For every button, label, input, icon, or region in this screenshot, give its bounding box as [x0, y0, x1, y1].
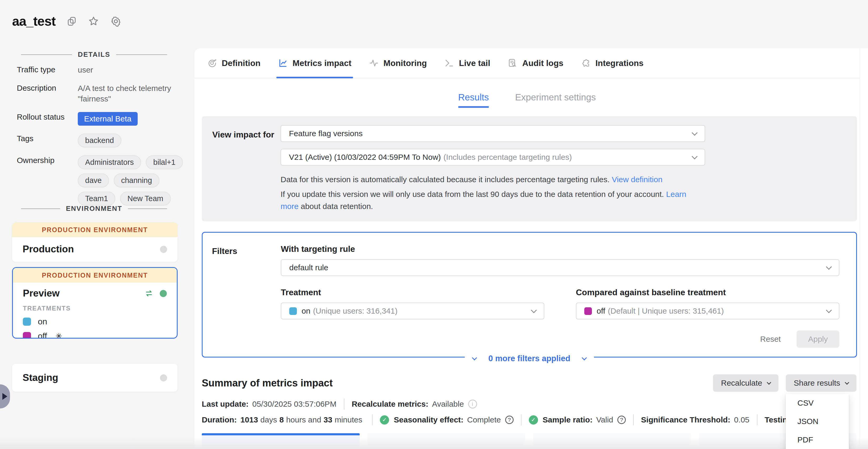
line-chart-icon [278, 58, 288, 68]
env-card-production[interactable]: PRODUCTION ENVIRONMENT Production [12, 222, 178, 262]
owner-pill[interactable]: dave [78, 174, 109, 187]
divider-line [21, 208, 60, 209]
more-filters-toggle[interactable]: 0 more filters applied [465, 354, 594, 363]
version-auto-note: Data for this version is automatically c… [281, 174, 705, 186]
sidebar: aa_test DETAILS Traffic type user Descri… [0, 0, 194, 449]
last-update-value: 05/30/2025 03:57:06PM [252, 399, 336, 409]
treatment-on-swatch [289, 307, 297, 315]
separator [372, 414, 373, 425]
targeting-rule-value: default rule [289, 263, 328, 272]
tags-label: Tags [17, 133, 78, 143]
chevron-down-icon [826, 307, 832, 313]
chevron-down-icon [692, 130, 698, 136]
subtab-experiment-settings[interactable]: Experiment settings [515, 92, 596, 102]
description-label: Description [17, 83, 78, 93]
last-update-label: Last update: [202, 399, 249, 409]
more-filters-label: 0 more filters applied [488, 354, 570, 363]
owner-pill[interactable]: New Team [120, 192, 170, 206]
filters-label: Filters [212, 246, 237, 256]
owner-pill[interactable]: channing [114, 174, 159, 187]
share-results-menu: CSV JSON PDF Copy URL [786, 394, 849, 449]
tab-label: Definition [222, 58, 260, 68]
menu-item-pdf[interactable]: PDF [786, 430, 849, 449]
gear-icon[interactable] [110, 16, 122, 27]
details-list: Traffic type user Description A/A test t… [17, 65, 179, 206]
treatment-on-name: on [38, 317, 47, 327]
tab-label: Audit logs [522, 58, 563, 68]
divider-line [21, 54, 72, 55]
tab-definition[interactable]: Definition [207, 48, 260, 78]
help-icon[interactable]: ? [505, 416, 514, 424]
tab-metrics-impact[interactable]: Metrics impact [278, 48, 351, 78]
traffic-type-label: Traffic type [17, 65, 78, 74]
recalculate-metrics-label: Recalculate metrics: [352, 399, 429, 409]
summary-title: Summary of metrics impact [202, 378, 333, 389]
results-subtabs: Results Experiment settings [194, 89, 860, 106]
filters-panel: Filters With targeting rule default rule… [202, 232, 857, 358]
retention-note-text: If you update this version we will only … [281, 190, 664, 199]
targeting-rule-dropdown[interactable]: default rule [281, 259, 839, 276]
baseline-dropdown[interactable]: off (Default | Unique users: 315,461) [576, 303, 839, 320]
recalculate-metrics-value: Available [432, 399, 464, 409]
status-dot-green [160, 290, 167, 297]
env-card-preview[interactable]: PRODUCTION ENVIRONMENT Preview TREATMENT… [12, 267, 178, 338]
targeting-rule-label: With targeting rule [281, 244, 839, 254]
owner-pill[interactable]: Team1 [78, 192, 115, 206]
status-dot-gray [160, 246, 167, 253]
env-card-staging[interactable]: Staging [12, 364, 178, 392]
scrollbar-track[interactable] [860, 48, 868, 449]
chevron-down-icon [767, 380, 771, 385]
version-dropdown[interactable]: V21 (Active) (10/03/2022 04:59PM To Now)… [281, 149, 705, 166]
menu-item-csv[interactable]: CSV [786, 394, 849, 412]
tab-live-tail[interactable]: Live tail [444, 48, 490, 78]
info-icon[interactable]: i [468, 399, 477, 409]
duration-minutes-num: 33 [324, 415, 332, 424]
tab-monitoring[interactable]: Monitoring [369, 48, 427, 78]
duration-value: 1013days8hours and33minutes [240, 415, 365, 424]
apply-button[interactable]: Apply [797, 330, 839, 348]
treatment-dropdown[interactable]: on (Unique users: 316,341) [281, 303, 544, 320]
divider-line [116, 54, 167, 55]
treatment-label: Treatment [281, 288, 544, 297]
reset-button[interactable]: Reset [760, 335, 781, 343]
version-value: V21 (Active) (10/03/2022 04:59PM To Now) [289, 153, 441, 162]
share-results-button[interactable]: Share results CSV JSON PDF Copy URL [786, 375, 857, 392]
help-icon[interactable]: ? [617, 416, 626, 424]
sidebar-expand-handle[interactable] [0, 384, 10, 409]
divider-line [128, 208, 167, 209]
separator [521, 414, 522, 425]
document-search-icon [507, 58, 518, 68]
recalculate-button[interactable]: Recalculate [713, 375, 778, 392]
metric-card-undesired-impact[interactable]: Undesired impact 0 [533, 433, 691, 449]
env-name-preview: Preview [23, 288, 60, 299]
rollout-status-badge[interactable]: External Beta [78, 112, 138, 126]
treatment-value-name: on [302, 306, 310, 316]
rollout-status-label: Rollout status [17, 112, 78, 121]
copy-icon[interactable] [66, 16, 77, 27]
main-panel: Definition Metrics impact Monitoring Liv… [194, 48, 860, 449]
owner-pill[interactable]: bilal+1 [146, 155, 183, 169]
treatment-off-swatch [584, 307, 592, 315]
metric-card-desired-impact[interactable]: Desired impact 0 [368, 433, 525, 449]
star-icon[interactable] [88, 16, 99, 27]
environment-section-divider: ENVIRONMENT [21, 205, 167, 213]
metric-card-all-metrics[interactable]: All metrics 12 [202, 433, 360, 449]
separator [344, 398, 344, 410]
owner-pill[interactable]: Administrators [78, 155, 141, 169]
seasonality-label: Seasonality effect: [394, 415, 463, 424]
view-definition-link[interactable]: View definition [612, 175, 662, 184]
tag-pill[interactable]: backend [78, 133, 121, 148]
retention-note: If you update this version we will only … [281, 188, 705, 212]
page-title: aa_test [12, 14, 56, 29]
impact-source-dropdown[interactable]: Feature flag versions [281, 125, 705, 142]
tab-audit-logs[interactable]: Audit logs [507, 48, 563, 78]
subtab-results[interactable]: Results [458, 92, 489, 102]
ownership-label: Ownership [17, 155, 78, 165]
menu-item-json[interactable]: JSON [786, 412, 849, 430]
production-env-banner: PRODUCTION ENVIRONMENT [13, 268, 177, 282]
seasonality-value: Complete [467, 415, 501, 424]
tab-integrations[interactable]: Integrations [581, 48, 643, 78]
chevron-down-icon [531, 307, 537, 313]
baseline-value-detail: (Default | Unique users: 315,461) [608, 306, 724, 316]
puzzle-icon [581, 58, 591, 68]
